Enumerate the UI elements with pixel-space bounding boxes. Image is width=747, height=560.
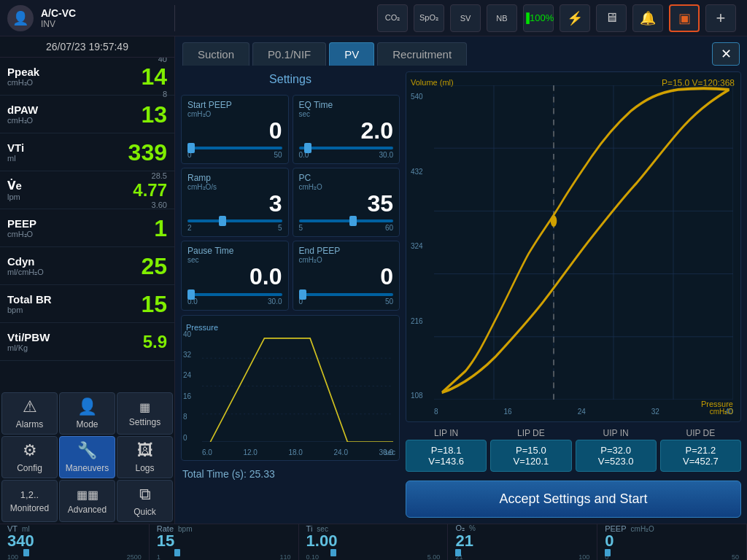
pv-chart: Volume (ml) P=15.0 V=120:368 54043232421… — [406, 71, 741, 422]
mode-button[interactable]: 👤 Mode — [59, 392, 115, 435]
battery-indicator: ▐100% — [523, 4, 554, 32]
bottom-buttons: ⚠ Alarms 👤 Mode ▦ Settings ⚙ Config 🔧 Ma… — [0, 391, 174, 524]
setting-end-peep[interactable]: End PEEP cmH₂O 0 050 — [293, 241, 400, 310]
setting-ramp[interactable]: Ramp cmH₂O/s 3 25 — [181, 168, 289, 237]
display-button[interactable]: ▣ — [669, 4, 700, 32]
status-vt[interactable]: VT ml 340 1002500 — [0, 524, 150, 560]
pv-x-unit: cmH₂O — [710, 408, 733, 416]
patient-id: INV — [41, 19, 76, 29]
panels-row: Settings Start PEEP cmH₂O 0 050 EQ Time … — [175, 66, 747, 524]
content-area: Suction P0.1/NIF PV Recruitment ✕ Settin… — [175, 36, 747, 524]
pressure-x-axis: 6.012.018.024.030.0 — [202, 448, 393, 456]
status-rate[interactable]: Rate bpm 15 1110 — [150, 524, 299, 560]
pv-svg — [434, 85, 733, 400]
power-button[interactable]: ⚡ — [560, 4, 590, 32]
vital-peep: PEEP cmH₂O 1 — [0, 209, 174, 247]
co2-button[interactable]: CO₂ — [377, 4, 408, 32]
alarms-button[interactable]: ⚠ Alarms — [1, 392, 58, 435]
setting-start-peep[interactable]: Start PEEP cmH₂O 0 050 — [181, 95, 289, 164]
status-o2[interactable]: O₂ % 21 21100 — [448, 524, 597, 560]
uip-in-box: P=32.0 V=523.0 — [576, 440, 657, 472]
pv-panel: Volume (ml) P=15.0 V=120:368 54043232421… — [406, 71, 741, 518]
advanced-button[interactable]: ▦▦ Advanced — [59, 480, 115, 522]
lip-de-box: P=15.0 V=120.1 — [490, 440, 571, 472]
status-ti[interactable]: Ti sec 1.00 0.105.00 — [299, 524, 449, 560]
plus-button[interactable]: + — [705, 4, 736, 32]
vital-dpaw: dPAW cmH₂O 13 — [0, 96, 174, 133]
pressure-chart-area — [202, 330, 393, 442]
sv-button[interactable]: SV — [450, 4, 481, 32]
patient-avatar: 👤 — [7, 5, 34, 31]
patient-text: A/C-VC INV — [41, 7, 76, 29]
pv-x-axis: 816243240 — [434, 408, 733, 416]
pv-y-axis: 540432324216108 — [411, 93, 423, 400]
status-peep[interactable]: PEEP cmH₂O 0 050 — [597, 524, 747, 560]
monitored-button[interactable]: 1,2.. Monitored — [1, 480, 58, 522]
lip-uip-row: LIP IN P=18.1 V=143.6 LIP DE P=15.0 V=12… — [406, 428, 741, 472]
accept-settings-button[interactable]: Accept Settings and Start — [406, 481, 741, 518]
patient-mode: A/C-VC — [41, 7, 76, 19]
vital-vtipbw: Vti/PBW ml/Kg 5.9 — [0, 323, 174, 361]
uip-de-box: P=21.2 V=452.7 — [660, 440, 741, 472]
tab-suction[interactable]: Suction — [182, 42, 249, 66]
patient-info: 👤 A/C-VC INV — [0, 5, 175, 31]
datetime: 26/07/23 19:57:49 — [0, 36, 174, 58]
pressure-chart: Pressure 4032241680 — [181, 315, 400, 461]
lip-in-box: P=18.1 V=143.6 — [406, 440, 487, 472]
vital-ve: V̇e lpm 28.5 4.77 3.60 — [0, 171, 174, 209]
tab-bar: Suction P0.1/NIF PV Recruitment ✕ — [175, 36, 747, 66]
tab-p01nif[interactable]: P0.1/NIF — [252, 42, 326, 66]
logs-button[interactable]: 🖼 Logs — [117, 436, 173, 478]
vital-totalbr: Total BR bpm 15 — [0, 285, 174, 323]
vital-vti: VTi ml 339 — [0, 133, 174, 171]
nb-button[interactable]: NB — [487, 4, 517, 32]
settings-panel: Settings Start PEEP cmH₂O 0 050 EQ Time … — [181, 71, 400, 518]
pressure-y-axis: 4032241680 — [182, 330, 191, 442]
bottom-status-bar: VT ml 340 1002500 Rate bpm 15 1110 Ti se… — [0, 524, 747, 560]
tab-close-button[interactable]: ✕ — [712, 42, 740, 66]
vitals-list: Ppeak cmH₂O 40 14 8 dPAW cmH₂O 13 — [0, 58, 174, 391]
top-icons: CO₂ SpO₂ SV NB ▐100% ⚡ 🖥 🔔 ▣ + — [175, 4, 747, 32]
config-button[interactable]: ⚙ Config — [1, 436, 58, 478]
settings-grid: Start PEEP cmH₂O 0 050 EQ Time sec 2.0 0… — [181, 95, 400, 311]
vital-cdyn: Cdyn ml/cmH₂O 25 — [0, 247, 174, 285]
tab-recruitment[interactable]: Recruitment — [377, 42, 467, 66]
screen-button[interactable]: 🖥 — [596, 4, 627, 32]
settings-title: Settings — [181, 71, 400, 90]
spo2-button[interactable]: SpO₂ — [414, 4, 444, 32]
total-time: Total Time (s): 25.33 — [181, 465, 400, 483]
settings-button[interactable]: ▦ Settings — [117, 392, 173, 435]
svg-point-16 — [551, 215, 557, 227]
quick-button[interactable]: ⧉ Quick — [117, 480, 173, 522]
vital-ppeak: Ppeak cmH₂O 40 14 8 — [0, 58, 174, 96]
uip-in-col: UIP IN P=32.0 V=523.0 — [576, 428, 657, 472]
lip-in-col: LIP IN P=18.1 V=143.6 — [406, 428, 487, 472]
setting-pause-time[interactable]: Pause Time sec 0.0 0.030.0 — [181, 241, 289, 310]
left-sidebar: 26/07/23 19:57:49 Ppeak cmH₂O 40 14 8 dP… — [0, 36, 175, 524]
lip-de-col: LIP DE P=15.0 V=120.1 — [490, 428, 571, 472]
bell-button[interactable]: 🔔 — [632, 4, 663, 32]
top-header: 👤 A/C-VC INV CO₂ SpO₂ SV NB ▐100% ⚡ 🖥 🔔 … — [0, 0, 747, 36]
uip-de-col: UIP DE P=21.2 V=452.7 — [660, 428, 741, 472]
maneuvers-button[interactable]: 🔧 Maneuvers — [59, 436, 115, 478]
setting-eq-time[interactable]: EQ Time sec 2.0 0.030.0 — [293, 95, 400, 164]
main-layout: 26/07/23 19:57:49 Ppeak cmH₂O 40 14 8 dP… — [0, 36, 747, 524]
tab-pv[interactable]: PV — [329, 42, 374, 66]
setting-pc[interactable]: PC cmH₂O 35 560 — [293, 168, 400, 237]
